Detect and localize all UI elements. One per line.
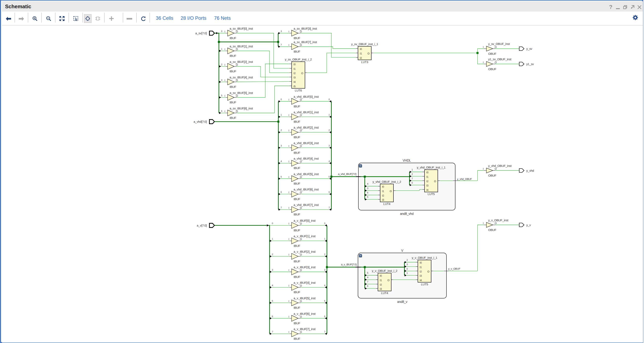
svg-text:7: 7 <box>324 330 325 333</box>
svg-text:2: 2 <box>324 253 325 256</box>
svg-text:I: I <box>224 94 225 97</box>
svg-text:I1: I1 <box>382 190 384 193</box>
svg-text:O: O <box>427 270 429 273</box>
svg-text:7: 7 <box>272 330 273 333</box>
svg-text:I: I <box>224 63 225 66</box>
svg-text:O: O <box>300 98 302 101</box>
svg-text:3: 3 <box>280 30 282 32</box>
svg-text:I0: I0 <box>360 48 362 50</box>
svg-text:O: O <box>300 44 302 46</box>
svg-text:I: I <box>288 129 289 132</box>
svg-text:O: O <box>300 30 302 33</box>
svg-text:0: 0 <box>280 98 282 100</box>
svg-text:y1_sv: y1_sv <box>526 62 534 66</box>
svg-text:y_vhd_OBUF_inst_i_2: y_vhd_OBUF_inst_i_2 <box>372 180 401 184</box>
svg-text:O: O <box>495 61 497 64</box>
svg-text:3: 3 <box>280 144 282 147</box>
svg-text:IBUF: IBUF <box>294 136 300 139</box>
svg-text:y_vhd_OBUF: y_vhd_OBUF <box>457 178 472 180</box>
svg-text:a_vhd_IBUF[5]_inst: a_vhd_IBUF[5]_inst <box>294 172 319 176</box>
svg-text:a_v_IBUF[4]_inst: a_v_IBUF[4]_inst <box>294 281 316 284</box>
svg-text:LUT6: LUT6 <box>295 89 302 92</box>
svg-text:I: I <box>224 79 225 82</box>
svg-text:0: 0 <box>272 222 273 224</box>
svg-text:a_sv[7:0]: a_sv[7:0] <box>195 32 207 35</box>
svg-text:y_v_OBUF_inst_i_1: y_v_OBUF_inst_i_1 <box>412 256 437 259</box>
svg-text:I2: I2 <box>360 56 362 60</box>
svg-text:LUT5: LUT5 <box>428 192 435 196</box>
svg-text:I: I <box>483 46 484 48</box>
svg-text:y_sv_OBUF_inst_i_2: y_sv_OBUF_inst_i_2 <box>285 58 312 61</box>
svg-text:I: I <box>288 330 289 334</box>
svg-text:V: V <box>401 249 403 252</box>
svg-text:IBUF: IBUF <box>294 120 300 123</box>
svg-text:and8_vhd: and8_vhd <box>400 212 414 216</box>
svg-text:I: I <box>288 191 289 194</box>
svg-text:5: 5 <box>367 196 368 198</box>
svg-text:O: O <box>388 279 390 282</box>
svg-text:I: I <box>288 144 289 148</box>
svg-text:4: 4 <box>272 284 273 286</box>
svg-text:a_sv_IBUF[0]_inst: a_sv_IBUF[0]_inst <box>230 27 253 30</box>
svg-text:4: 4 <box>280 160 282 162</box>
svg-text:I1: I1 <box>294 67 296 70</box>
svg-text:I: I <box>288 176 289 178</box>
svg-text:6: 6 <box>272 315 273 318</box>
svg-text:y_v_OBUF_inst: y_v_OBUF_inst <box>488 218 508 222</box>
svg-text:I1: I1 <box>360 52 362 55</box>
svg-text:a_v_IBUF[7]_inst: a_v_IBUF[7]_inst <box>294 327 316 331</box>
svg-text:5: 5 <box>280 176 282 178</box>
svg-text:I3: I3 <box>426 184 428 187</box>
svg-text:OBUF: OBUF <box>488 228 496 232</box>
svg-text:I4: I4 <box>426 188 428 192</box>
svg-text:I: I <box>288 160 289 163</box>
svg-text:a_vhd_IBUF[2]_inst: a_vhd_IBUF[2]_inst <box>294 126 319 129</box>
svg-text:I: I <box>224 30 225 33</box>
svg-text:6: 6 <box>280 191 282 193</box>
svg-text:IBUF: IBUF <box>230 85 236 88</box>
svg-text:I2: I2 <box>294 72 296 75</box>
svg-text:2: 2 <box>406 259 408 261</box>
svg-text:0: 0 <box>324 222 325 224</box>
svg-text:y_vhd_OBUF_inst: y_vhd_OBUF_inst <box>488 164 512 168</box>
svg-text:I3: I3 <box>294 76 296 79</box>
svg-text:1: 1 <box>328 114 330 116</box>
svg-text:1: 1 <box>406 272 408 274</box>
svg-text:IBUF: IBUF <box>294 322 300 325</box>
svg-text:O: O <box>434 180 436 183</box>
svg-text:a_vhd_IBUF[1]_inst: a_vhd_IBUF[1]_inst <box>294 110 319 114</box>
svg-text:O: O <box>300 284 302 287</box>
svg-text:2: 2 <box>412 173 413 175</box>
svg-text:O: O <box>495 167 497 170</box>
svg-text:6: 6 <box>367 285 368 287</box>
svg-text:I3: I3 <box>382 198 384 201</box>
svg-text:O: O <box>236 110 238 113</box>
svg-text:I3: I3 <box>380 288 382 290</box>
svg-text:O: O <box>495 46 497 48</box>
svg-text:LUT5: LUT5 <box>421 282 428 286</box>
svg-text:6: 6 <box>328 191 330 193</box>
svg-text:I: I <box>224 48 225 51</box>
svg-text:IBUF: IBUF <box>294 212 300 216</box>
svg-text:a_v_IBUF[5]_inst: a_v_IBUF[5]_inst <box>294 296 316 300</box>
svg-text:I: I <box>288 98 289 101</box>
svg-text:3: 3 <box>406 263 408 266</box>
svg-text:I0: I0 <box>294 63 296 66</box>
svg-text:I: I <box>288 222 289 225</box>
svg-text:IBUF: IBUF <box>294 275 300 278</box>
svg-text:5: 5 <box>328 176 330 178</box>
svg-text:I1: I1 <box>380 279 382 282</box>
svg-text:5: 5 <box>367 272 368 274</box>
svg-text:a_sv_IBUF[3]_inst: a_sv_IBUF[3]_inst <box>294 27 317 30</box>
svg-text:7: 7 <box>328 206 330 209</box>
svg-text:IBUF: IBUF <box>294 197 300 201</box>
svg-text:I: I <box>288 253 289 256</box>
svg-text:y1_sv_OBUF_inst: y1_sv_OBUF_inst <box>488 58 512 61</box>
svg-text:O: O <box>300 222 302 225</box>
svg-text:I3: I3 <box>420 274 422 277</box>
svg-text:y_v: y_v <box>526 223 531 227</box>
svg-text:I0: I0 <box>426 171 428 174</box>
svg-text:O: O <box>236 30 238 33</box>
svg-text:I0: I0 <box>382 185 384 188</box>
svg-text:a_sv_IBUF[7]_inst: a_sv_IBUF[7]_inst <box>294 40 317 44</box>
